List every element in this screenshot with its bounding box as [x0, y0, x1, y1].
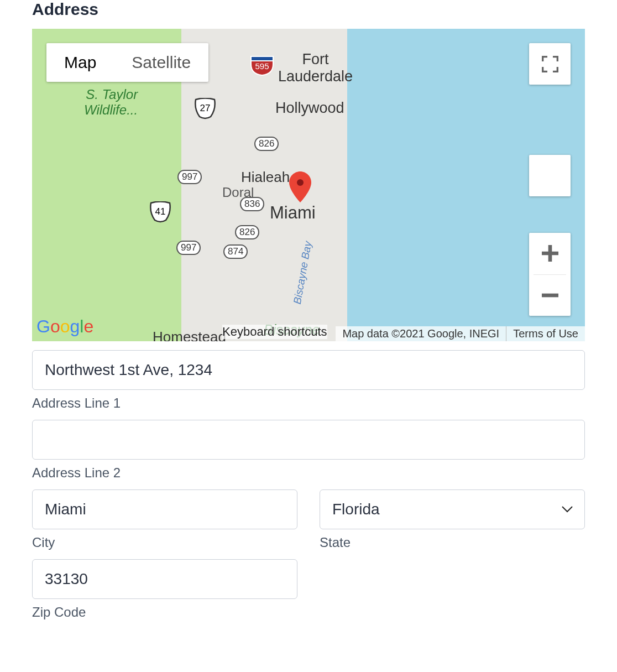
- section-title-address: Address: [32, 0, 585, 19]
- hwy-shield-997-bot: 997: [176, 241, 201, 255]
- fullscreen-icon: [542, 56, 558, 72]
- address-line-2-input[interactable]: [32, 420, 585, 460]
- state-select[interactable]: [320, 489, 585, 529]
- hwy-shield-i595: 595: [250, 54, 274, 79]
- city-input[interactable]: [32, 489, 297, 529]
- streetview-control: [529, 155, 571, 196]
- map-type-toggle: Map Satellite: [46, 43, 208, 82]
- hwy-shield-826-bot: 826: [235, 225, 259, 239]
- plus-icon: [542, 245, 558, 262]
- zoom-control: [529, 233, 571, 316]
- map-type-map[interactable]: Map: [46, 43, 114, 82]
- fullscreen-control: [529, 43, 571, 85]
- map-label-miami: Miami: [270, 203, 316, 223]
- address-line-1-label: Address Line 1: [32, 395, 585, 411]
- map-attribution: Map data ©2021 Google, INEGI Terms of Us…: [336, 326, 585, 341]
- address-line-1-input[interactable]: [32, 350, 585, 390]
- map[interactable]: S. Taylor Wildlife... Fort Lauderdale Ho…: [32, 29, 585, 341]
- zip-code-input[interactable]: [32, 559, 297, 599]
- hwy-shield-us27: 27: [194, 98, 216, 122]
- hwy-shield-874: 874: [223, 244, 248, 259]
- map-marker-icon: [289, 171, 311, 202]
- fullscreen-button[interactable]: [529, 43, 571, 85]
- streetview-button[interactable]: [529, 155, 571, 196]
- city-label: City: [32, 535, 297, 550]
- zoom-in-button[interactable]: [529, 233, 571, 274]
- map-data-attribution: Map data ©2021 Google, INEGI: [336, 326, 506, 341]
- address-line-2-label: Address Line 2: [32, 465, 585, 481]
- keyboard-shortcuts-button[interactable]: Keyboard shortcuts: [222, 325, 327, 339]
- svg-point-0: [297, 179, 304, 186]
- map-label-hialeah: Hialeah: [241, 169, 290, 186]
- hwy-shield-826-top: 826: [254, 137, 279, 151]
- hwy-shield-997-top: 997: [177, 170, 202, 184]
- map-label-fort-lauderdale: Fort Lauderdale: [278, 51, 353, 85]
- minus-icon: [542, 287, 558, 304]
- map-label-wildlife: S. Taylor Wildlife...: [84, 87, 138, 118]
- zoom-out-button[interactable]: [529, 275, 571, 316]
- map-type-satellite[interactable]: Satellite: [114, 43, 208, 82]
- google-logo: Google: [36, 316, 93, 337]
- zip-code-label: Zip Code: [32, 605, 297, 620]
- state-label: State: [320, 535, 585, 550]
- hwy-shield-us41: 41: [149, 201, 171, 226]
- terms-link[interactable]: Terms of Use: [506, 326, 585, 341]
- map-label-hollywood: Hollywood: [275, 100, 344, 117]
- map-label-homestead: Homestead: [153, 329, 226, 341]
- hwy-shield-836: 836: [240, 197, 264, 211]
